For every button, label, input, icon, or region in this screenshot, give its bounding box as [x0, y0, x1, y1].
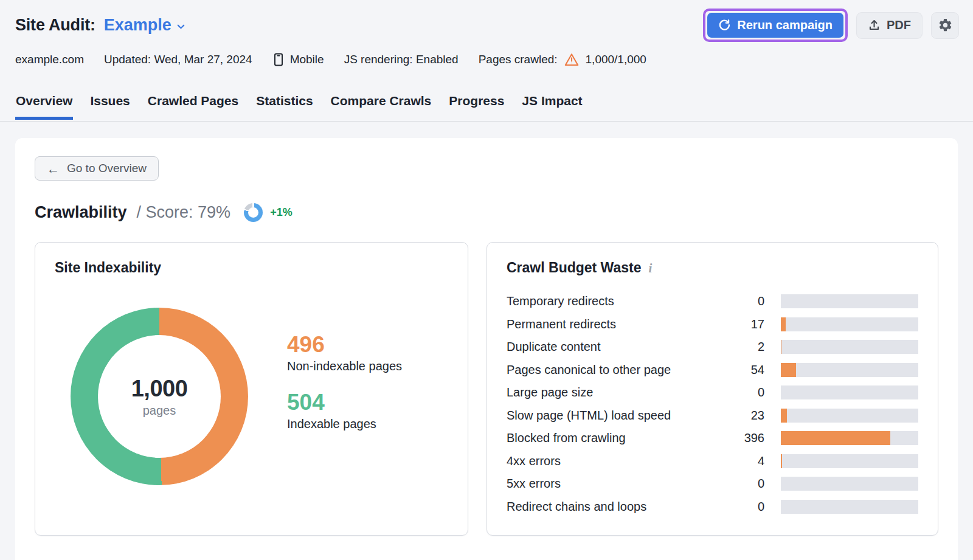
pages-crawled-meta: Pages crawled: 1,000/1,000: [479, 53, 646, 66]
project-name: Example: [104, 16, 171, 35]
updated-label: Updated: Wed, Mar 27, 2024: [104, 53, 252, 66]
waste-row-value: 0: [729, 500, 764, 514]
waste-row-value: 0: [729, 477, 764, 491]
tab-overview[interactable]: Overview: [15, 91, 73, 119]
waste-row-label: Large page size: [507, 385, 729, 399]
legend-item: 504 Indexable pages: [287, 391, 402, 431]
go-to-overview-button[interactable]: ← Go to Overview: [35, 156, 159, 181]
info-icon[interactable]: i: [649, 261, 653, 275]
campaign-meta-row: example.com Updated: Wed, Mar 27, 2024 M…: [15, 52, 959, 67]
waste-row-bar: [781, 477, 918, 491]
waste-row: Slow page (HTML) load speed 23: [507, 404, 918, 427]
waste-row: 5xx errors 0: [507, 472, 918, 496]
waste-row-value: 0: [729, 294, 764, 308]
waste-row-bar: [781, 500, 918, 514]
go-to-overview-label: Go to Overview: [67, 162, 147, 175]
site-indexability-title: Site Indexability: [55, 260, 448, 276]
device-label: Mobile: [290, 53, 324, 66]
legend-value: 496: [287, 333, 402, 357]
header: Site Audit: Example Rerun campaign PDF e…: [0, 0, 973, 67]
waste-row-label: 4xx errors: [507, 454, 729, 468]
waste-row: Redirect chains and loops 0: [507, 496, 918, 519]
waste-row-label: Blocked from crawling: [507, 431, 729, 445]
waste-row-bar: [781, 385, 918, 399]
annotation-highlight-box: Rerun campaign: [703, 9, 848, 42]
waste-row: Large page size 0: [507, 381, 918, 404]
waste-row-label: Duplicate content: [507, 340, 729, 354]
waste-row-bar: [781, 454, 918, 468]
header-actions: Rerun campaign PDF: [703, 9, 959, 42]
js-rendering-label: JS rendering: Enabled: [344, 53, 459, 66]
waste-row-value: 23: [729, 409, 764, 423]
waste-row-label: Temporary redirects: [507, 294, 729, 308]
donut-total-unit: pages: [143, 404, 176, 418]
crawl-budget-waste-title-text: Crawl Budget Waste: [507, 260, 642, 275]
refresh-icon: [718, 19, 731, 32]
warning-triangle-icon[interactable]: [564, 53, 579, 66]
waste-row-bar-fill: [781, 363, 796, 377]
indexability-content: 1,000 pages 496 Non-indexable pages 504 …: [55, 308, 448, 485]
tab-issues[interactable]: Issues: [89, 91, 130, 119]
waste-row-bar-fill: [781, 409, 787, 423]
score-ring-chart: [244, 203, 263, 222]
rerun-campaign-label: Rerun campaign: [737, 18, 833, 32]
waste-row-label: 5xx errors: [507, 477, 729, 491]
waste-row-bar-fill: [781, 340, 781, 354]
crawlability-score-row: Crawlability / Score: 79% +1%: [35, 203, 938, 222]
donut-center: 1,000 pages: [98, 335, 221, 458]
upload-icon: [868, 19, 881, 32]
waste-row-bar: [781, 317, 918, 331]
waste-row-label: Slow page (HTML) load speed: [507, 409, 729, 423]
tab-js-impact[interactable]: JS Impact: [521, 91, 583, 119]
waste-row-value: 4: [729, 454, 764, 468]
legend-label: Non-indexable pages: [287, 359, 402, 373]
waste-row: 4xx errors 4: [507, 450, 918, 473]
waste-row-label: Permanent redirects: [507, 317, 729, 331]
donut-total-value: 1,000: [131, 376, 188, 402]
crawl-budget-waste-title: Crawl Budget Wastei: [507, 260, 918, 276]
site-indexability-card: Site Indexability 1,000 pages 496 Non-in…: [35, 242, 468, 536]
waste-row-bar: [781, 363, 918, 377]
waste-row-bar-fill: [781, 454, 782, 468]
indexability-donut-chart[interactable]: 1,000 pages: [71, 308, 248, 485]
page-title: Site Audit:: [15, 16, 95, 35]
report-panel: ← Go to Overview Crawlability / Score: 7…: [15, 138, 958, 560]
gear-icon: [938, 18, 953, 33]
waste-row: Temporary redirects 0: [507, 290, 918, 313]
waste-row-value: 2: [729, 340, 764, 354]
tab-bar: OverviewIssuesCrawled PagesStatisticsCom…: [0, 91, 973, 122]
waste-row: Pages canonical to other page 54: [507, 359, 918, 382]
settings-button[interactable]: [931, 12, 959, 39]
export-pdf-button[interactable]: PDF: [856, 12, 923, 39]
waste-row-value: 17: [729, 317, 764, 331]
device-meta: Mobile: [272, 52, 324, 67]
pages-crawled-value: 1,000/1,000: [586, 53, 646, 66]
tab-crawled-pages[interactable]: Crawled Pages: [147, 91, 239, 119]
arrow-left-icon: ←: [47, 162, 60, 175]
rerun-campaign-button[interactable]: Rerun campaign: [707, 13, 843, 38]
cards-row: Site Indexability 1,000 pages 496 Non-in…: [35, 242, 938, 536]
waste-row-label: Redirect chains and loops: [507, 500, 729, 514]
waste-row-bar-fill: [781, 317, 786, 331]
donut-legend: 496 Non-indexable pages 504 Indexable pa…: [287, 333, 402, 485]
crawl-budget-waste-card: Crawl Budget Wastei Temporary redirects …: [486, 242, 938, 536]
waste-row-value: 0: [729, 385, 764, 399]
waste-row-bar: [781, 294, 918, 308]
legend-value: 504: [287, 391, 402, 415]
legend-item: 496 Non-indexable pages: [287, 333, 402, 373]
tab-statistics[interactable]: Statistics: [255, 91, 313, 119]
waste-row-value: 396: [729, 431, 764, 445]
waste-row: Duplicate content 2: [507, 336, 918, 359]
score-delta-badge: +1%: [270, 206, 293, 219]
tab-progress[interactable]: Progress: [448, 91, 505, 119]
header-top-row: Site Audit: Example Rerun campaign PDF: [15, 9, 959, 42]
tab-compare-crawls[interactable]: Compare Crawls: [330, 91, 432, 119]
project-selector[interactable]: Example: [104, 16, 187, 35]
waste-rows: Temporary redirects 0 Permanent redirect…: [507, 290, 918, 518]
domain-label: example.com: [15, 53, 84, 66]
section-title: Crawlability: [35, 203, 127, 222]
waste-row-label: Pages canonical to other page: [507, 363, 729, 377]
export-pdf-label: PDF: [887, 18, 911, 32]
waste-row-value: 54: [729, 363, 764, 377]
score-label: / Score: 79%: [137, 203, 231, 222]
